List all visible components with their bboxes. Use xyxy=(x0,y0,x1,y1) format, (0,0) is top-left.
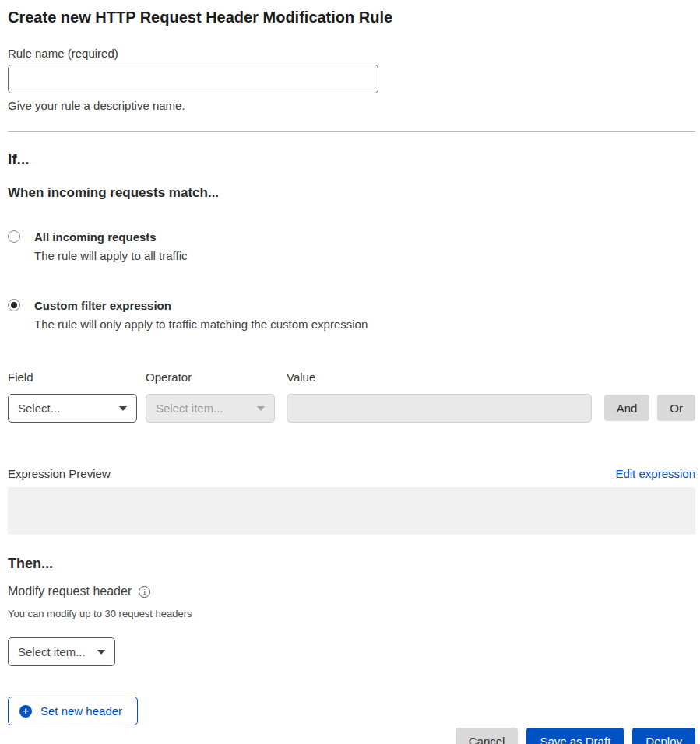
radio-unselected-icon[interactable] xyxy=(8,230,20,243)
plus-circle-icon: + xyxy=(19,705,32,718)
operator-column: Operator Select item... xyxy=(146,370,275,423)
chevron-down-icon xyxy=(257,406,265,411)
field-column: Field Select... xyxy=(8,370,137,423)
page-title: Create new HTTP Request Header Modificat… xyxy=(8,6,695,28)
edit-expression-link[interactable]: Edit expression xyxy=(615,467,695,480)
radio-option-description: The rule will only apply to traffic matc… xyxy=(34,317,368,332)
value-column: Value xyxy=(287,370,592,423)
deploy-button[interactable]: Deploy xyxy=(632,728,695,744)
save-as-draft-button[interactable]: Save as Draft xyxy=(526,728,624,744)
operator-select-value: Select item... xyxy=(156,402,223,415)
create-rule-form: Create new HTTP Request Header Modificat… xyxy=(0,6,700,744)
or-button[interactable]: Or xyxy=(657,395,695,421)
chevron-down-icon xyxy=(97,650,105,655)
radio-selected-icon[interactable] xyxy=(8,299,20,311)
modify-header-label: Modify request header xyxy=(8,584,132,599)
field-select[interactable]: Select... xyxy=(8,394,137,423)
radio-option-texts: All incoming requests The rule will appl… xyxy=(34,230,187,263)
rule-name-helper: Give your rule a descriptive name. xyxy=(8,98,695,113)
expression-preview-label: Expression Preview xyxy=(8,467,111,480)
rule-name-label: Rule name (required) xyxy=(8,46,695,61)
field-label: Field xyxy=(8,370,137,384)
info-icon[interactable]: i xyxy=(139,586,150,598)
field-select-value: Select... xyxy=(18,402,60,415)
expression-preview-header: Expression Preview Edit expression xyxy=(8,467,695,480)
and-button[interactable]: And xyxy=(604,395,650,421)
if-heading: If... xyxy=(8,150,695,169)
cancel-button[interactable]: Cancel xyxy=(456,728,519,744)
modify-header-row: Modify request header i xyxy=(8,584,695,599)
value-label: Value xyxy=(287,370,592,384)
radio-option-label: All incoming requests xyxy=(34,230,187,244)
chevron-down-icon xyxy=(119,406,127,411)
footer-actions: Cancel Save as Draft Deploy xyxy=(8,728,695,744)
set-new-header-button[interactable]: + Set new header xyxy=(8,697,138,725)
modify-header-helper: You can modify up to 30 request headers xyxy=(8,608,695,620)
expression-preview-box xyxy=(8,487,695,535)
set-new-header-label: Set new header xyxy=(40,704,122,718)
operator-label: Operator xyxy=(146,370,275,384)
match-subheading: When incoming requests match... xyxy=(8,184,695,202)
radio-option-label: Custom filter expression xyxy=(34,298,368,313)
radio-option-all-incoming[interactable]: All incoming requests The rule will appl… xyxy=(8,230,695,263)
value-input[interactable] xyxy=(287,394,592,423)
expression-builder-row: Field Select... Operator Select item... … xyxy=(8,370,695,423)
then-heading: Then... xyxy=(8,555,695,572)
header-item-select[interactable]: Select item... xyxy=(8,637,115,666)
header-item-select-value: Select item... xyxy=(18,645,86,658)
operator-select[interactable]: Select item... xyxy=(146,394,275,423)
radio-option-texts: Custom filter expression The rule will o… xyxy=(34,298,368,332)
radio-option-custom-expression[interactable]: Custom filter expression The rule will o… xyxy=(8,298,695,332)
radio-option-description: The rule will apply to all traffic xyxy=(34,248,187,263)
section-divider xyxy=(8,131,695,132)
rule-name-input[interactable] xyxy=(8,65,378,93)
